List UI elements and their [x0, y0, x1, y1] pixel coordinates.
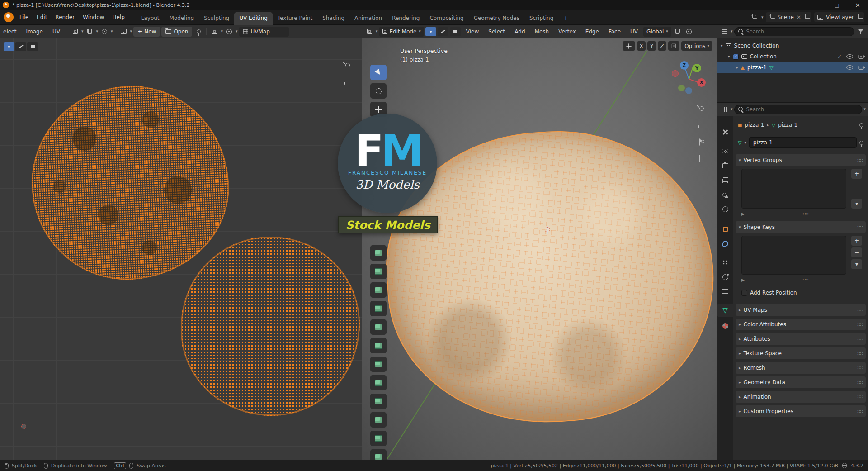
uv-display-chevron-icon[interactable]: ▾ — [236, 29, 238, 33]
properties-editor-type-icon[interactable] — [719, 105, 729, 114]
uv-select-edge-button[interactable] — [15, 42, 26, 51]
vertex-groups-panel-header[interactable]: ▾ Vertex Groups ∷∷ — [736, 154, 866, 166]
outliner-search-input[interactable] — [746, 29, 850, 35]
shape-keys-panel-header[interactable]: ▾ Shape Keys ∷∷ — [736, 221, 866, 233]
minimize-button[interactable]: ─ — [806, 0, 826, 10]
collapse-icon[interactable]: ▾ — [739, 158, 741, 162]
workspace-tab-rendering[interactable]: Rendering — [387, 12, 425, 25]
color-attributes-panel[interactable]: ▸ Color Attributes ∷∷ — [736, 319, 866, 330]
uv-maps-panel[interactable]: ▸ UV Maps ∷∷ — [736, 304, 866, 316]
panel-drag-handle-icon[interactable]: ∷∷ — [857, 380, 863, 385]
tool-shrink-fatten[interactable] — [370, 431, 387, 446]
add-rest-position-checkbox[interactable] — [741, 290, 747, 296]
panel-drag-handle-icon[interactable]: ∷∷ — [857, 307, 863, 313]
hide-eye-icon[interactable] — [846, 54, 853, 59]
maximize-button[interactable]: □ — [826, 0, 847, 10]
datablock-browse-chevron-icon[interactable]: ▾ — [744, 141, 746, 145]
gizmo-y-negative[interactable] — [678, 85, 685, 91]
expand-icon[interactable]: ▸ — [739, 381, 741, 385]
workspace-tab-uv-editing[interactable]: UV Editing — [234, 12, 273, 25]
tool-extrude-manifold[interactable] — [370, 264, 387, 279]
menu-window[interactable]: Window — [79, 12, 108, 23]
outliner-row-collection[interactable]: ▾ ✓ Collection ✓ — [717, 51, 868, 62]
workspace-tab-scripting[interactable]: Scripting — [524, 12, 558, 25]
gizmo-x-axis[interactable]: X — [697, 78, 706, 87]
remove-shape-key-button[interactable]: − — [851, 247, 862, 257]
datablock-name-field[interactable]: pizza-1 — [749, 137, 857, 148]
new-image-button[interactable]: + New — [133, 27, 160, 37]
mirror-icon[interactable] — [668, 41, 679, 51]
tool-poly-build[interactable] — [370, 357, 387, 372]
panel-drag-handle-icon[interactable]: ∷∷ — [857, 351, 863, 357]
tab-render-icon[interactable] — [717, 144, 733, 158]
gizmo-z-negative[interactable] — [685, 87, 692, 94]
vp-menu-face[interactable]: Face — [604, 26, 625, 37]
tab-particles-icon[interactable] — [717, 256, 733, 269]
panel-drag-handle-icon[interactable]: ∷∷ — [857, 157, 863, 163]
shape-key-specials-button[interactable]: ▾ — [851, 259, 862, 269]
vp-menu-select[interactable]: Select — [484, 26, 509, 37]
panel-drag-handle-icon[interactable]: ∷∷ — [857, 336, 863, 342]
pin-id-icon[interactable] — [859, 123, 863, 127]
tool-loop-cut[interactable] — [370, 319, 387, 335]
menu-help[interactable]: Help — [108, 12, 128, 23]
viewport-editor-type-chevron-icon[interactable]: ▾ — [376, 29, 378, 33]
outliner-editor-type-icon[interactable] — [719, 27, 729, 37]
tool-extrude-region[interactable] — [370, 245, 387, 261]
edge-select-mode-button[interactable] — [438, 27, 448, 36]
scene-selector[interactable]: Scene × — [766, 12, 811, 22]
panel-drag-handle-icon[interactable]: ∷∷ — [857, 224, 863, 230]
tool-knife[interactable] — [370, 338, 387, 353]
properties-search[interactable] — [734, 105, 863, 114]
tool-inset-faces[interactable] — [370, 282, 387, 298]
expand-icon[interactable]: ▸ — [739, 337, 741, 341]
uv-menu-select[interactable]: elect — [2, 26, 20, 37]
gizmo-y-axis[interactable]: Y — [693, 64, 701, 72]
options-dropdown[interactable]: Options ▾ — [681, 41, 712, 51]
tab-modifiers-icon[interactable] — [717, 237, 733, 250]
tab-output-icon[interactable] — [717, 159, 733, 172]
uv-snap-magnet-icon[interactable] — [85, 27, 95, 37]
v p-menu-mesh[interactable]: Mesh — [531, 26, 553, 37]
fake-user-icon[interactable] — [859, 141, 863, 145]
snap-target-icon[interactable] — [623, 41, 635, 51]
tool-bevel[interactable] — [370, 301, 387, 316]
outliner-row-scene-collection[interactable]: ▾ Scene Collection — [717, 40, 868, 51]
tool-shear[interactable] — [370, 449, 387, 460]
uv-sync-select-icon[interactable] — [209, 27, 219, 37]
scene-browse-icon[interactable] — [749, 12, 759, 22]
scene-new-icon[interactable] — [804, 15, 808, 19]
tab-scene-icon[interactable] — [717, 188, 733, 201]
properties-search-input[interactable] — [746, 106, 859, 113]
shape-keys-list[interactable] — [741, 236, 846, 275]
panel-drag-handle-icon[interactable]: ∷∷ — [857, 394, 863, 400]
expand-icon[interactable]: ▾ — [721, 44, 723, 48]
uv-2d-cursor[interactable] — [20, 423, 28, 431]
transform-orientation-selector[interactable]: Global ▾ — [643, 27, 671, 37]
workspace-tab-shading[interactable]: Shading — [317, 12, 349, 25]
tool-circle-select[interactable] — [370, 83, 387, 99]
open-image-button[interactable]: Open — [161, 27, 192, 37]
vp-snap-magnet-icon[interactable] — [673, 27, 683, 37]
uv-snap-chevron-icon[interactable]: ▾ — [96, 29, 99, 33]
panel-drag-handle-icon[interactable]: ∷∷ — [857, 409, 863, 414]
gizmo-z-axis[interactable]: Z — [680, 61, 689, 70]
tool-tweak-select[interactable] — [370, 65, 387, 80]
workspace-tab-modeling[interactable]: Modeling — [165, 12, 199, 25]
workspace-tab-texture-paint[interactable]: Texture Paint — [273, 12, 317, 25]
texture-space-panel[interactable]: ▸ Texture Space ∷∷ — [736, 347, 866, 359]
vertex-groups-list[interactable] — [741, 169, 846, 209]
uv-select-vertex-button[interactable] — [4, 42, 14, 51]
expand-icon[interactable]: ▸ — [739, 409, 741, 414]
axis-x-toggle[interactable]: X — [637, 41, 646, 51]
breadcrumb-data[interactable]: pizza-1 — [778, 122, 797, 128]
uv-canvas[interactable] — [0, 38, 362, 460]
viewport-editor-type-icon[interactable] — [364, 27, 374, 37]
tab-tool-icon[interactable] — [717, 125, 733, 139]
expand-icon[interactable]: ▸ — [739, 395, 741, 399]
3d-cursor[interactable] — [543, 226, 552, 234]
vertex-group-specials-button[interactable]: ▾ — [851, 199, 862, 209]
render-visibility-icon[interactable] — [859, 55, 864, 59]
animation-panel[interactable]: ▸ Animation ∷∷ — [736, 391, 866, 403]
remesh-panel[interactable]: ▸ Remesh ∷∷ — [736, 362, 866, 374]
